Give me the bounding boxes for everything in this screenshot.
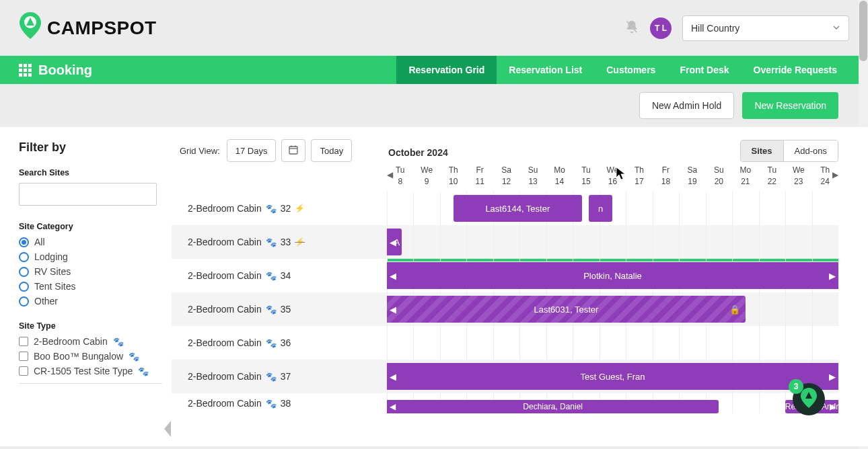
- toggle-sites[interactable]: Sites: [741, 140, 783, 161]
- grid-cell[interactable]: [653, 192, 679, 225]
- grid-cell[interactable]: [785, 225, 811, 259]
- user-avatar[interactable]: T L: [650, 17, 672, 39]
- grid-cell[interactable]: [413, 225, 439, 259]
- booking-block[interactable]: ◀Plotkin, Natalie▶: [387, 262, 838, 289]
- grid-cell[interactable]: [706, 326, 732, 360]
- bolt-off-icon: ⚡: [295, 237, 305, 247]
- category-other[interactable]: Other: [19, 296, 162, 307]
- grid-cell[interactable]: [812, 225, 838, 259]
- grid-cell[interactable]: [626, 326, 652, 360]
- type-booboo[interactable]: Boo Boo™ Bungalow🐾: [19, 351, 162, 362]
- search-sites-input[interactable]: [19, 183, 157, 206]
- grid-cell[interactable]: [387, 192, 413, 225]
- grid-cell[interactable]: [679, 326, 705, 360]
- lock-icon: 🔒: [729, 304, 740, 315]
- grid-cell[interactable]: [812, 192, 838, 225]
- checkbox-icon: [19, 366, 28, 376]
- park-selector[interactable]: Hill Country: [682, 15, 849, 41]
- grid-cell[interactable]: [546, 225, 573, 259]
- grid-cell[interactable]: [546, 326, 573, 360]
- category-tent[interactable]: Tent Sites: [19, 281, 162, 292]
- grid-cell[interactable]: [600, 225, 626, 259]
- reservation-grid: Grid View: 17 Days Today Sites Add-ons O…: [172, 127, 868, 446]
- grid-cell[interactable]: [653, 225, 679, 259]
- grid-cell[interactable]: [387, 326, 413, 360]
- grid-cell[interactable]: [759, 326, 785, 360]
- grid-cell[interactable]: [759, 393, 785, 413]
- checkbox-icon: [19, 337, 28, 346]
- grid-cell[interactable]: [466, 326, 493, 360]
- grid-cell[interactable]: [653, 326, 679, 360]
- site-type-label: Site Type: [19, 321, 162, 331]
- grid-cell[interactable]: [706, 192, 732, 225]
- grid-cell[interactable]: [732, 393, 758, 413]
- grid-cell[interactable]: [679, 192, 705, 225]
- grid-cell[interactable]: [440, 326, 466, 360]
- grid-cell[interactable]: [706, 225, 732, 259]
- radio-icon: [19, 296, 29, 307]
- booking-block[interactable]: ◀A: [387, 229, 402, 255]
- nav-front-desk[interactable]: Front Desk: [667, 56, 741, 84]
- grid-cell[interactable]: [626, 225, 652, 259]
- grid-cell[interactable]: [440, 225, 466, 259]
- grid-body: 2-Bedroom Cabin🐾32⚡ Last6144, Tester n 2…: [172, 192, 838, 446]
- category-rv[interactable]: RV Sites: [19, 266, 162, 277]
- grid-cell[interactable]: [519, 326, 546, 360]
- paw-icon: 🐾: [113, 337, 124, 347]
- booking-block[interactable]: ◀Dechiara, Daniel: [387, 400, 719, 413]
- grid-days-button[interactable]: 17 Days: [227, 139, 277, 162]
- svg-rect-2: [289, 147, 297, 154]
- booking-block[interactable]: Last6144, Tester: [454, 195, 582, 222]
- grid-cell[interactable]: [732, 225, 758, 259]
- day-header: Sa12: [493, 165, 519, 188]
- grid-cell[interactable]: [759, 192, 785, 225]
- type-cr1505[interactable]: CR-1505 Test Site Type🐾: [19, 366, 162, 376]
- grid-cell[interactable]: [413, 192, 439, 225]
- booking-block[interactable]: n: [589, 195, 613, 222]
- calendar-picker-button[interactable]: [281, 139, 305, 162]
- grid-cell[interactable]: [732, 326, 758, 360]
- grid-cell[interactable]: [759, 292, 785, 326]
- grid-cell[interactable]: [519, 225, 546, 259]
- grid-cell[interactable]: [493, 225, 519, 259]
- grid-cell[interactable]: [812, 292, 838, 326]
- grid-cell[interactable]: [759, 225, 785, 259]
- grid-cell[interactable]: [732, 192, 758, 225]
- grid-cell[interactable]: [785, 292, 811, 326]
- category-lodging[interactable]: Lodging: [19, 251, 162, 262]
- new-reservation-button[interactable]: New Reservation: [742, 92, 838, 119]
- grid-cell[interactable]: [600, 326, 626, 360]
- grid-cell[interactable]: [493, 326, 519, 360]
- type-2bedroom[interactable]: 2-Bedroom Cabin🐾: [19, 336, 162, 347]
- grid-cell[interactable]: [679, 225, 705, 259]
- grid-cell[interactable]: [626, 192, 652, 225]
- booking-block[interactable]: ◀Test Guest, Fran▶: [387, 363, 838, 390]
- grid-cell[interactable]: [413, 326, 439, 360]
- grid-cell[interactable]: [573, 225, 599, 259]
- category-all[interactable]: All: [19, 237, 162, 247]
- nav-override-requests[interactable]: Override Requests: [742, 56, 850, 84]
- today-button[interactable]: Today: [311, 139, 352, 162]
- grid-cell[interactable]: [466, 225, 493, 259]
- day-header: Fr11: [466, 165, 493, 188]
- apps-grid-icon[interactable]: [19, 64, 32, 77]
- grid-cell[interactable]: [812, 326, 838, 360]
- help-fab[interactable]: 3: [793, 383, 825, 415]
- day-header: Th10: [440, 165, 466, 188]
- sidebar-collapse-handle[interactable]: [163, 419, 172, 441]
- notifications-bell-icon[interactable]: [624, 19, 639, 37]
- grid-cell[interactable]: [573, 326, 599, 360]
- new-admin-hold-button[interactable]: New Admin Hold: [639, 92, 735, 119]
- grid-cell[interactable]: [785, 326, 811, 360]
- calendar-icon: [288, 145, 299, 157]
- grid-month-label: October 2024: [388, 147, 448, 158]
- day-header: Tu22: [759, 165, 785, 188]
- booking-block-locked[interactable]: ◀Last6031, Tester🔒: [387, 296, 746, 323]
- toggle-addons[interactable]: Add-ons: [783, 140, 838, 161]
- nav-section-title: Booking: [19, 63, 92, 78]
- nav-reservation-grid[interactable]: Reservation Grid: [396, 56, 497, 84]
- grid-cell[interactable]: [785, 192, 811, 225]
- nav-customers[interactable]: Customers: [594, 56, 667, 84]
- site-row: 2-Bedroom Cabin🐾36: [172, 326, 838, 360]
- nav-reservation-list[interactable]: Reservation List: [497, 56, 594, 84]
